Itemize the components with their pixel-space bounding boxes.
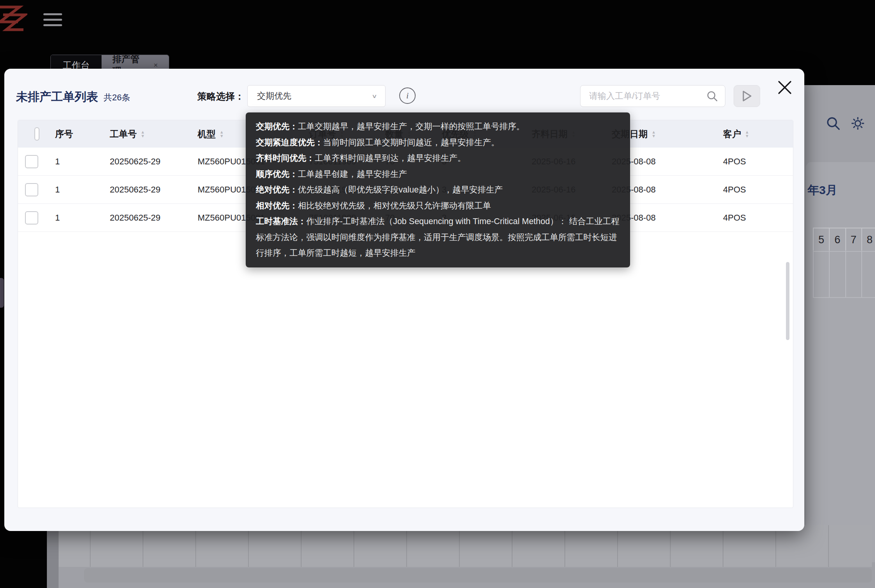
column-header-customer[interactable]: 客户▲▼ [707,128,793,140]
grid-line [617,525,618,567]
tooltip-line: 工时基准法：作业排序-工时基准法（Job Sequencing with Tim… [256,214,620,261]
modal-close-button[interactable] [775,77,795,98]
calendar-day-cell[interactable]: 5 [813,228,829,251]
select-all-cell [18,127,39,141]
play-icon [741,90,753,102]
cell-customer: 4POS [707,213,793,223]
tooltip-line: 绝对优先：优先级越高（即优先级字段value越小），越早安排生产 [256,182,620,198]
unscheduled-orders-modal: 未排产工单列表 共26条 策略选择： 交期优先 ∨ i [4,69,804,531]
cell-customer: 4POS [707,157,793,167]
row-checkbox[interactable] [25,155,38,168]
row-select-cell [18,211,39,225]
grid-line [406,525,407,567]
drawer-handle[interactable] [0,278,4,308]
order-search-box [580,85,725,107]
calendar-month-label: 年3月 [807,182,838,198]
horizontal-scrollbar[interactable] [84,568,872,583]
column-label: 工单号 [110,128,137,140]
calendar-day-cell[interactable]: 8 [861,228,875,251]
row-checkbox[interactable] [25,183,38,196]
grid-line [354,525,354,567]
cell-seq: 1 [39,213,94,223]
grid-line [90,525,91,567]
sort-icon[interactable]: ▲▼ [141,130,145,138]
calendar-grid-lines [813,250,875,298]
strategy-tooltip: 交期优先：工单交期越早，越早安排生产，交期一样的按照工单号排序。交期紧迫度优先：… [246,112,630,267]
search-icon[interactable] [706,90,718,102]
grid-line [248,525,249,567]
grid-line [195,525,196,567]
strategy-info-icon[interactable]: i [399,87,416,104]
column-label: 序号 [55,128,73,140]
grid-line [143,525,143,567]
tooltip-line: 齐料时间优先：工单齐料时间越早到达，越早安排生产。 [256,150,620,166]
strategy-select-label: 策略选择： [197,90,244,103]
gear-icon[interactable] [850,116,866,131]
tooltip-line: 交期紧迫度优先：当前时间跟工单交期时间越近，越早安排生产。 [256,135,620,151]
modal-title: 未排产工单列表 [16,89,98,105]
column-label: 客户 [723,128,741,140]
close-icon [777,80,793,95]
grid-line [775,525,776,567]
order-count-badge: 共26条 [104,92,130,103]
sort-icon[interactable]: ▲▼ [745,130,749,138]
search-icon[interactable] [826,116,841,131]
column-header-seq: 序号 [39,128,94,140]
run-schedule-button[interactable] [734,85,760,107]
cell-work_order: 20250625-29 [94,213,182,223]
order-search-input[interactable] [580,91,706,102]
grid-line [670,525,671,567]
table-scrollbar[interactable] [786,262,789,340]
grid-line [512,525,512,567]
tooltip-line: 交期优先：工单交期越早，越早安排生产，交期一样的按照工单号排序。 [256,119,620,135]
column-header-work_order[interactable]: 工单号▲▼ [94,128,182,140]
screen: 工作台 排产管理 × 年3月 5678 [0,0,875,588]
cell-customer: 4POS [707,185,793,195]
gantt-left-rail [47,525,59,588]
row-checkbox[interactable] [25,211,38,225]
strategy-select[interactable]: 交期优先 ∨ [247,85,386,107]
tooltip-line: 顺序优先：工单越早创建，越早安排生产 [256,166,620,182]
cell-seq: 1 [39,157,94,167]
menu-hamburger-icon[interactable] [43,13,62,30]
grid-line [723,525,723,567]
column-label: 机型 [198,128,216,140]
grid-line [828,525,829,567]
grid-line [459,525,460,567]
page-toolbar [826,116,866,131]
cell-seq: 1 [39,185,94,195]
cell-work_order: 20250625-29 [94,157,182,167]
calendar-day-cell[interactable]: 7 [845,228,861,251]
brand-logo-icon [0,2,27,35]
sort-icon[interactable]: ▲▼ [652,130,656,138]
chevron-down-icon: ∨ [371,93,377,100]
grid-line [564,525,565,567]
row-select-cell [18,155,39,168]
calendar-day-cell[interactable]: 6 [829,228,845,251]
sort-icon[interactable]: ▲▼ [220,130,224,138]
gantt-grid [59,525,872,567]
tab-close-icon[interactable]: × [154,61,158,69]
row-select-cell [18,183,39,196]
strategy-selected-value: 交期优先 [248,90,371,102]
select-all-checkbox[interactable] [34,127,39,141]
mini-calendar: 年3月 5678 [806,162,875,562]
calendar-day-row: 5678 [813,228,875,252]
grid-line [301,525,302,567]
cell-work_order: 20250625-29 [94,185,182,195]
tooltip-line: 相对优先：相比较绝对优先级，相对优先级只允许挪动有限工单 [256,198,620,214]
